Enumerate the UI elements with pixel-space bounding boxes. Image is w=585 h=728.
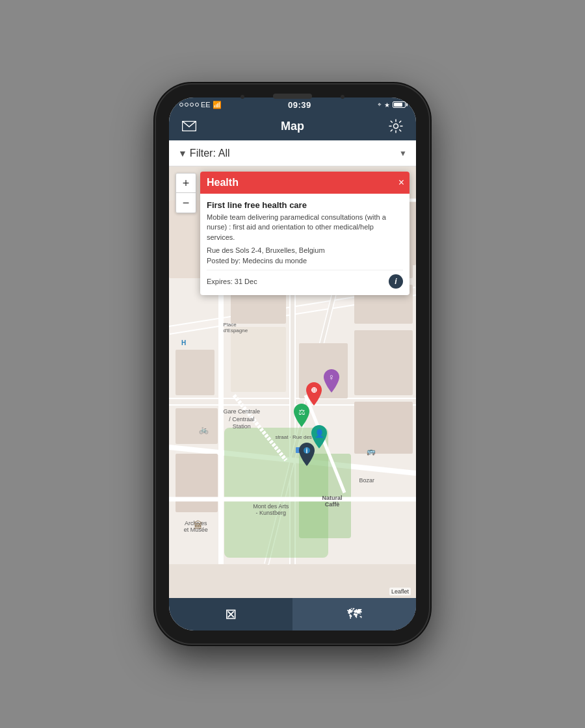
svg-text:⊕: ⊕	[311, 385, 317, 395]
nav-grid-button[interactable]: ⊠	[169, 598, 292, 630]
zoom-controls: + −	[176, 173, 196, 213]
popup-header: Health ×	[200, 172, 410, 194]
status-time: 09:39	[288, 100, 311, 110]
mail-button[interactable]	[179, 116, 199, 136]
map-nav-icon: 🗺	[347, 606, 361, 623]
mail-icon	[182, 121, 196, 131]
filter-bar[interactable]: ▼ Filter: All ▼	[169, 140, 416, 166]
status-right: ⌖ ★	[378, 101, 406, 109]
nav-map-button[interactable]: 🗺	[292, 598, 416, 630]
popup-title: First line free health care	[207, 200, 403, 210]
battery-fill	[394, 103, 402, 107]
phone-shell: EE 📶 09:39 ⌖ ★ Map	[156, 84, 429, 644]
filter-label: Filter:	[190, 148, 216, 159]
speaker-dot-left	[240, 95, 244, 99]
signal-dot-2	[185, 103, 188, 107]
location-icon: ⌖	[378, 101, 382, 109]
popup-expires: Expires: 31 Dec	[207, 278, 257, 285]
status-left: EE 📶	[179, 101, 222, 109]
filter-value: All	[218, 148, 230, 159]
filter-chevron-icon: ▼	[399, 149, 407, 158]
battery-icon	[393, 101, 406, 108]
page-title: Map	[281, 120, 304, 133]
popup-close-button[interactable]: ×	[398, 177, 404, 188]
carrier-label: EE	[201, 101, 211, 109]
speaker-dot-right	[341, 95, 344, 99]
grid-icon: ⊠	[225, 606, 237, 623]
svg-text:i: i	[306, 447, 307, 454]
signal-dot-4	[195, 103, 199, 107]
svg-text:⚖: ⚖	[298, 408, 306, 417]
svg-rect-26	[354, 402, 413, 454]
status-bar: EE 📶 09:39 ⌖ ★	[169, 98, 416, 112]
settings-button[interactable]	[386, 116, 406, 136]
svg-rect-25	[354, 330, 413, 395]
signal-dots	[179, 103, 199, 107]
screen: EE 📶 09:39 ⌖ ★ Map	[169, 98, 416, 630]
popup-posted-by: Posted by: Medecins du monde	[207, 257, 403, 265]
popup-info-button[interactable]: i	[389, 274, 403, 289]
bottom-nav: ⊠ 🗺	[169, 598, 416, 630]
wifi-icon: 📶	[213, 101, 222, 109]
filter-icon: ▼	[178, 148, 187, 159]
signal-dot-3	[190, 103, 194, 107]
leaflet-attribution: Leaflet	[389, 588, 411, 595]
zoom-in-button[interactable]: +	[176, 174, 196, 193]
bike-icon: 🚲	[199, 425, 209, 434]
women-pin[interactable]: ♀	[322, 369, 341, 395]
popup-footer: Expires: 31 Dec i	[207, 270, 403, 289]
legal-pin[interactable]: ⚖	[292, 404, 311, 430]
museum-icon: 🏛	[194, 520, 203, 530]
svg-rect-19	[176, 350, 214, 395]
gear-icon	[389, 119, 403, 133]
app-header: Map	[169, 112, 416, 140]
popup-body: First line free health care Mobile team …	[200, 194, 410, 295]
bluetooth-icon: ★	[384, 101, 390, 109]
svg-rect-29	[231, 327, 286, 392]
bus-icon: 🚌	[367, 447, 376, 456]
popup-category: Health	[207, 177, 239, 188]
svg-point-1	[394, 124, 398, 129]
zoom-out-button[interactable]: −	[176, 193, 196, 213]
hotel-label: H	[181, 339, 186, 346]
info-popup: Health × First line free health care Mob…	[200, 172, 410, 295]
svg-rect-21	[176, 454, 218, 512]
svg-rect-20	[176, 408, 218, 444]
map-container[interactable]: VIVAQUA Placed'Espagne Loxumstraat Gare …	[169, 166, 416, 598]
svg-text:♀: ♀	[328, 372, 335, 382]
signal-dot-1	[179, 103, 183, 107]
svg-text:👤: 👤	[314, 428, 324, 438]
info-pin[interactable]: i	[298, 443, 316, 469]
popup-address: Rue des Sols 2-4, Bruxelles, Belgium	[207, 246, 403, 254]
popup-description: Mobile team delivering paramedical consu…	[207, 213, 403, 242]
